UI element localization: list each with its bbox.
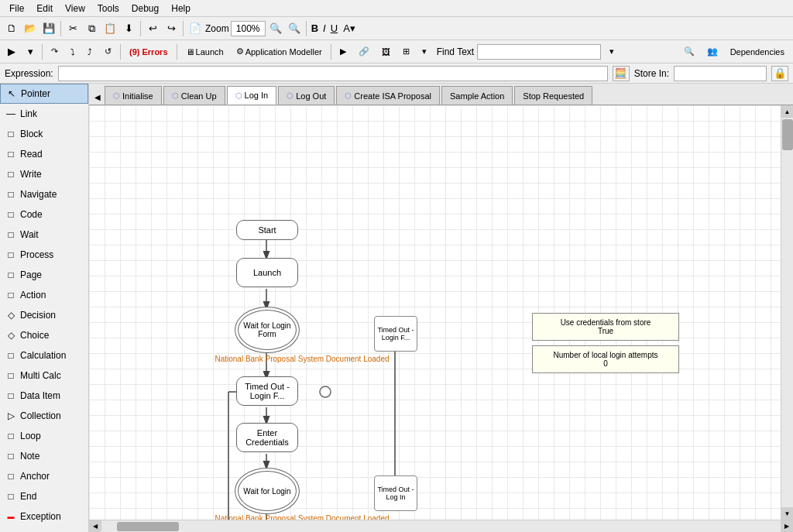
collection-icon: ▷ bbox=[5, 410, 17, 422]
sidebar-item-recover[interactable]: □ Recover bbox=[0, 527, 88, 532]
sidebar-item-read[interactable]: □ Read bbox=[0, 144, 88, 164]
scroll-thumb[interactable] bbox=[782, 119, 793, 150]
tab-bar: ◀ ⬡ Initialise ⬡ Clean Up ⬡ Log In ⬡ Log… bbox=[89, 84, 793, 105]
wait-login-node[interactable]: Wait for Login bbox=[235, 468, 300, 514]
tab-log-out[interactable]: ⬡ Log Out bbox=[278, 86, 335, 105]
sidebar-item-choice[interactable]: ◇ Choice bbox=[0, 325, 88, 345]
sidebar-item-data-item[interactable]: □ Data Item bbox=[0, 386, 88, 406]
people-btn[interactable]: 👥 bbox=[702, 43, 723, 60]
start-node[interactable]: Start bbox=[236, 220, 298, 240]
tab-create-isa[interactable]: ⬡ Create ISA Proposal bbox=[336, 86, 440, 105]
sidebar-item-navigate[interactable]: □ Navigate bbox=[0, 184, 88, 204]
scroll-down-btn[interactable]: ▼ bbox=[781, 507, 793, 520]
end-icon: □ bbox=[5, 490, 17, 503]
menu-tools[interactable]: Tools bbox=[91, 2, 125, 15]
search-btn[interactable]: 🔍 bbox=[678, 43, 700, 60]
label-doc-loaded-2: National Bank Proposal System Document L… bbox=[209, 514, 395, 520]
sidebar-item-process[interactable]: □ Process bbox=[0, 245, 88, 265]
find-dropdown[interactable]: ▾ bbox=[604, 43, 620, 60]
export-btn[interactable]: 📄 bbox=[187, 20, 204, 37]
enter-credentials-node[interactable]: Timed Out - Login F... bbox=[236, 376, 298, 406]
canvas-area[interactable]: Start Launch Wait for LoginForm Ti bbox=[89, 105, 781, 520]
sidebar-item-collection[interactable]: ▷ Collection bbox=[0, 406, 88, 426]
submit-node[interactable]: Enter Credentials bbox=[236, 423, 298, 452]
step-over-btn[interactable]: ↷ bbox=[46, 43, 64, 60]
menu-file[interactable]: File bbox=[3, 2, 30, 15]
paste-button[interactable]: 📋 bbox=[101, 20, 118, 37]
grid-btn[interactable]: ⊞ bbox=[397, 43, 415, 60]
store-in-btn[interactable]: 🔒 bbox=[771, 66, 788, 81]
sidebar-item-exception[interactable]: ▬ Exception bbox=[0, 506, 88, 527]
svg-point-11 bbox=[320, 386, 331, 397]
launch-node[interactable]: Launch bbox=[236, 258, 298, 287]
sidebar-item-multi-calc[interactable]: □ Multi Calc bbox=[0, 366, 88, 386]
tab-initialise[interactable]: ⬡ Initialise bbox=[105, 86, 162, 105]
wait-login-form-node[interactable]: Wait for LoginForm bbox=[235, 307, 300, 353]
font-color-button[interactable]: A▾ bbox=[341, 20, 358, 37]
expression-calc-btn[interactable]: 🧮 bbox=[613, 66, 630, 81]
tab-clean-up[interactable]: ⬡ Clean Up bbox=[163, 86, 225, 105]
menu-view[interactable]: View bbox=[59, 2, 91, 15]
sidebar-item-calculation[interactable]: □ Calculation bbox=[0, 345, 88, 366]
scroll-up-btn[interactable]: ▲ bbox=[781, 105, 793, 118]
tab-sample-action[interactable]: Sample Action bbox=[441, 86, 513, 105]
sidebar-item-decision[interactable]: ◇ Decision bbox=[0, 305, 88, 325]
scroll-right-btn[interactable]: ▶ bbox=[781, 520, 793, 532]
play-button[interactable]: ▶ bbox=[3, 43, 20, 60]
save-button[interactable]: 💾 bbox=[40, 20, 57, 37]
dependencies-button[interactable]: Dependencies bbox=[725, 43, 790, 60]
step-in-btn[interactable]: ⤵ bbox=[65, 43, 81, 60]
sidebar-item-wait[interactable]: □ Wait bbox=[0, 225, 88, 245]
sidebar-item-end[interactable]: □ End bbox=[0, 486, 88, 506]
zoom-in-button[interactable]: 🔍 bbox=[286, 20, 303, 37]
import-button[interactable]: ⬇ bbox=[120, 20, 137, 37]
tab-stop-requested[interactable]: Stop Requested bbox=[514, 86, 592, 105]
tab-scroll-left[interactable]: ◀ bbox=[91, 89, 105, 105]
undo-button[interactable]: ↩ bbox=[144, 20, 161, 37]
timed-out-login2-node[interactable]: Timed Out - Log In bbox=[374, 475, 417, 511]
menu-help[interactable]: Help bbox=[165, 2, 197, 15]
app-modeller-button[interactable]: ⚙ Application Modeller bbox=[231, 43, 328, 60]
zoom-out-button[interactable]: 🔍 bbox=[267, 20, 284, 37]
sidebar-item-page[interactable]: □ Page bbox=[0, 265, 88, 285]
sidebar-item-code[interactable]: □ Code bbox=[0, 204, 88, 225]
redo-button[interactable]: ↪ bbox=[163, 20, 180, 37]
sidebar-item-write[interactable]: □ Write bbox=[0, 164, 88, 184]
bold-icon: B bbox=[311, 22, 318, 34]
tab-log-in[interactable]: ⬡ Log In bbox=[227, 86, 277, 105]
sidebar-item-loop[interactable]: □ Loop bbox=[0, 426, 88, 446]
timed-out-login-node[interactable]: Timed Out - Login F... bbox=[374, 316, 417, 352]
step-out-btn[interactable]: ⤴ bbox=[82, 43, 98, 60]
store-in-input[interactable] bbox=[674, 66, 767, 81]
sidebar-item-action[interactable]: □ Action bbox=[0, 285, 88, 305]
h-scroll-thumb[interactable] bbox=[117, 522, 179, 531]
sidebar-item-anchor[interactable]: □ Anchor bbox=[0, 466, 88, 486]
cut-button[interactable]: ✂ bbox=[64, 20, 81, 37]
open-button[interactable]: 📂 bbox=[22, 20, 39, 37]
sidebar-item-link[interactable]: — Link bbox=[0, 104, 88, 124]
underline-icon: U bbox=[331, 22, 338, 34]
launch-button[interactable]: 🖥 Launch bbox=[180, 43, 229, 60]
sidebar-item-block[interactable]: □ Block bbox=[0, 124, 88, 144]
play2-btn[interactable]: ▶ bbox=[335, 43, 352, 60]
copy-button[interactable]: ⧉ bbox=[83, 20, 100, 37]
zoom-area: Zoom bbox=[205, 21, 266, 36]
find-text-input[interactable] bbox=[477, 44, 601, 60]
menu-edit[interactable]: Edit bbox=[30, 2, 59, 15]
menu-debug[interactable]: Debug bbox=[125, 2, 165, 15]
dropdown-arrow[interactable]: ▾ bbox=[22, 43, 39, 60]
sidebar-item-note[interactable]: □ Note bbox=[0, 446, 88, 466]
reset-btn[interactable]: ↺ bbox=[99, 43, 117, 60]
grid-dropdown[interactable]: ▾ bbox=[417, 43, 432, 60]
sidebar-label-decision: Decision bbox=[20, 310, 56, 321]
vertical-scrollbar[interactable]: ▲ ▼ bbox=[781, 105, 793, 520]
scroll-left-btn[interactable]: ◀ bbox=[89, 520, 101, 532]
new-button[interactable]: 🗋 bbox=[3, 20, 20, 37]
errors-button[interactable]: (9) Errors bbox=[124, 43, 173, 60]
sidebar-label-pointer: Pointer bbox=[21, 88, 50, 99]
sidebar-item-pointer[interactable]: ↖ Pointer bbox=[0, 84, 88, 104]
zoom-input[interactable] bbox=[231, 21, 266, 36]
link-btn[interactable]: 🔗 bbox=[353, 43, 375, 60]
img-btn[interactable]: 🖼 bbox=[376, 43, 396, 60]
expression-input[interactable] bbox=[58, 66, 608, 81]
